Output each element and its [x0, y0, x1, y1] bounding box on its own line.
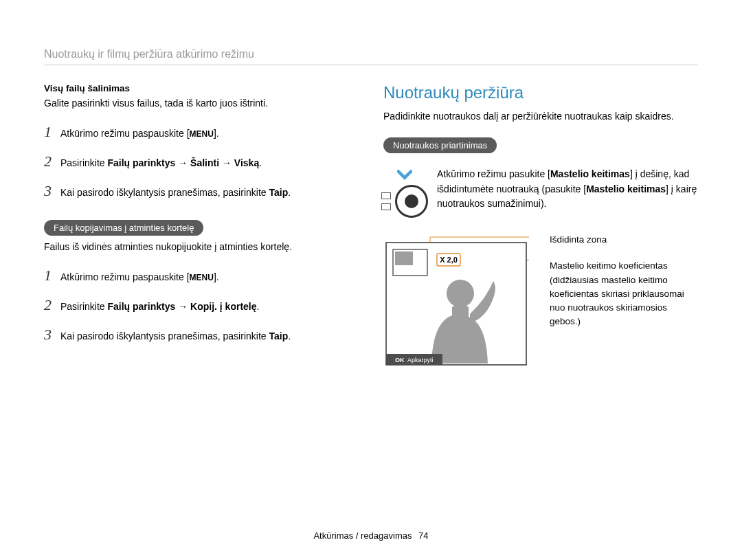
diagram-labels: Išdidinta zona Mastelio keitimo koeficie… — [550, 233, 698, 341]
thumb-icon — [381, 203, 391, 210]
list-item: 1 Atkūrimo režimu paspauskite [MENU]. — [44, 264, 359, 287]
zoom-instruction-text: Atkūrimo režimu pasukite [Mastelio keiti… — [437, 167, 698, 218]
dial-graphic — [383, 167, 426, 218]
list-item: 1 Atkūrimo režimu paspauskite [MENU]. — [44, 120, 359, 143]
zoom-diagram: X 2,0 OK Apkarpyti — [383, 233, 529, 370]
thumb-icon — [381, 192, 391, 199]
step-number: 3 — [44, 323, 54, 346]
svg-text:X 2,0: X 2,0 — [440, 256, 458, 264]
delete-all-steps: 1 Atkūrimo režimu paspauskite [MENU]. 2 … — [44, 120, 359, 202]
copy-steps: 1 Atkūrimo režimu paspauskite [MENU]. 2 … — [44, 264, 359, 346]
step-text: Pasirinkite Failų parinktys → Kopij. į k… — [60, 300, 259, 314]
step-text: Kai pasirodo iškylantysis pranešimas, pa… — [60, 329, 291, 344]
page-footer: Atkūrimas / redagavimas 74 — [0, 530, 742, 541]
list-item: 3 Kai pasirodo iškylantysis pranešimas, … — [44, 179, 359, 202]
left-column: Visų failų šalinimas Galite pasirinkti v… — [44, 83, 359, 370]
step-text: Atkūrimo režimu paspauskite [MENU]. — [60, 126, 219, 141]
zoom-dial-icon — [395, 185, 428, 218]
page-number: 74 — [418, 530, 428, 541]
arrow-down-icon — [397, 170, 412, 181]
step-number: 2 — [44, 293, 54, 316]
step-number: 1 — [44, 120, 54, 143]
breadcrumb: Nuotraukų ir filmų peržiūra atkūrimo rež… — [44, 48, 698, 65]
delete-all-title: Visų failų šalinimas — [44, 83, 359, 93]
step-number: 2 — [44, 150, 54, 172]
svg-rect-5 — [395, 251, 413, 265]
copy-intro: Failus iš vidinės atminties nukopijuokit… — [44, 240, 359, 254]
list-item: 2 Pasirinkite Failų parinktys → Šalinti … — [44, 150, 359, 172]
zoom-instruction-row: Atkūrimo režimu pasukite [Mastelio keiti… — [383, 167, 698, 218]
label-zoom-factor: Mastelio keitimo koeficientas (didžiausi… — [550, 259, 698, 328]
copy-to-card-pill: Failų kopijavimas į atminties kortelę — [44, 220, 203, 236]
svg-text:Apkarpyti: Apkarpyti — [407, 357, 434, 363]
menu-icon: MENU — [190, 129, 214, 139]
section-title: Nuotraukų peržiūra — [383, 83, 698, 102]
label-enlarged-area: Išdidinta zona — [550, 233, 698, 247]
list-item: 2 Pasirinkite Failų parinktys → Kopij. į… — [44, 293, 359, 316]
zoom-pill: Nuotraukos priartinimas — [383, 137, 497, 153]
section-intro: Padidinkite nuotraukos dalį ar peržiūrėk… — [383, 109, 698, 124]
step-text: Atkūrimo režimu paspauskite [MENU]. — [60, 270, 219, 284]
footer-section: Atkūrimas / redagavimas — [313, 530, 412, 541]
svg-text:OK: OK — [395, 357, 405, 363]
step-number: 1 — [44, 264, 54, 287]
svg-point-8 — [447, 280, 474, 307]
step-number: 3 — [44, 179, 54, 202]
step-text: Kai pasirodo iškylantysis pranešimas, pa… — [60, 186, 291, 200]
step-text: Pasirinkite Failų parinktys → Šalinti → … — [60, 156, 262, 170]
menu-icon: MENU — [190, 273, 214, 282]
delete-all-intro: Galite pasirinkti visus failus, tada iš … — [44, 96, 359, 111]
right-column: Nuotraukų peržiūra Padidinkite nuotrauko… — [383, 83, 698, 370]
list-item: 3 Kai pasirodo iškylantysis pranešimas, … — [44, 323, 359, 346]
